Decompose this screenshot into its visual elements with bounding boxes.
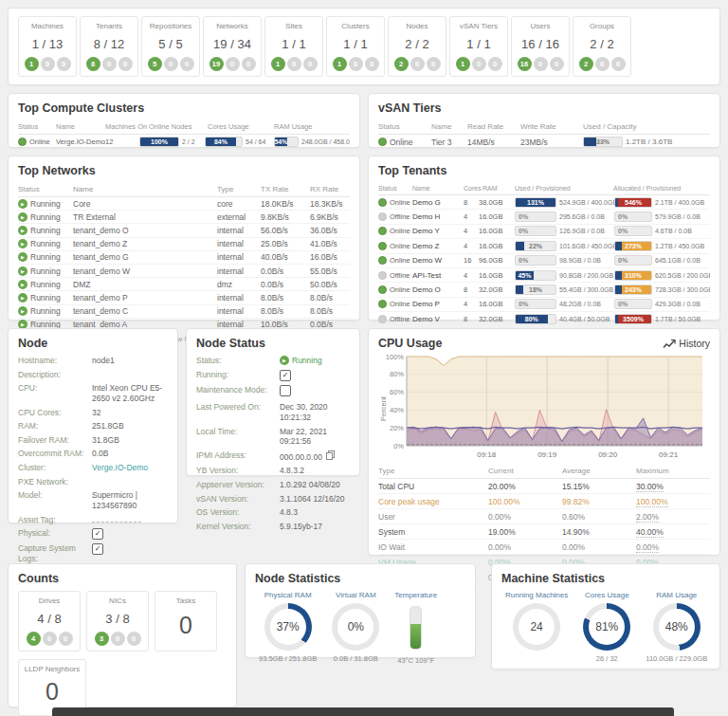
card-value: 3 / 8 bbox=[105, 612, 129, 626]
running-icon: ▶ bbox=[18, 239, 27, 248]
count-badge: 1 bbox=[271, 57, 285, 71]
field-row: Local Time:Mar 22, 2021 09:21:56 bbox=[196, 427, 350, 447]
summary-card-networks[interactable]: Networks19 / 341900 bbox=[203, 16, 262, 77]
field-value: Intel Xeon CPU E5-2650 v2 2.60GHz bbox=[92, 383, 168, 403]
tenant-row[interactable]: OfflineDemo V832.0GB80%40.4GB / 50.0GB35… bbox=[378, 312, 710, 326]
card-value: 1 / 1 bbox=[343, 37, 367, 51]
field-label: Appserver Version: bbox=[196, 480, 280, 490]
usage-bar: 22% bbox=[515, 241, 556, 251]
field-value bbox=[92, 370, 168, 380]
network-row[interactable]: ▶RunningCorecore18.0KB/s18.3KB/s bbox=[18, 197, 350, 211]
card-label: Machines bbox=[31, 22, 64, 30]
count-badge: 0 bbox=[164, 57, 178, 71]
tenant-row[interactable]: OnlineDemo P416.0GB0%48.2GB / 0.0B0%429.… bbox=[378, 298, 710, 312]
summary-card-tenants[interactable]: Tenants8 / 12800 bbox=[80, 16, 138, 77]
summary-card-nodes[interactable]: Nodes2 / 2200 bbox=[388, 16, 446, 77]
field-label: OS Version: bbox=[196, 507, 280, 518]
usage-bar: 0% bbox=[515, 211, 556, 222]
field-value: 0.0B bbox=[92, 449, 168, 459]
count-card-nics[interactable]: NICs3 / 8300 bbox=[86, 591, 149, 652]
field-label: Kernel Version: bbox=[196, 522, 280, 532]
network-row[interactable]: ▶Runningtenant_demo Zinternal25.0B/s41.0… bbox=[18, 238, 350, 251]
gauge-label: RAM Usage bbox=[656, 591, 697, 599]
usage-bar: 0% bbox=[515, 255, 556, 266]
tenant-row[interactable]: OnlineDemo O832.0GB18%55.4GB / 300.0GB24… bbox=[378, 283, 710, 297]
field-row: Overcommit RAM:0.0B bbox=[18, 449, 168, 459]
online-icon bbox=[378, 227, 387, 235]
cluster-link[interactable]: Verge.IO-Demo bbox=[92, 463, 168, 473]
checkbox[interactable]: ✓ bbox=[92, 543, 103, 555]
summary-card-machines[interactable]: Machines1 / 13100 bbox=[18, 16, 77, 77]
field-row: YB Version:4.8.3.2 bbox=[196, 466, 350, 476]
vsan-tier-row[interactable]: OnlineTier 314MB/s23MB/s33%1.2TB / 3.6TB bbox=[378, 135, 710, 149]
field-value: node1 bbox=[92, 356, 168, 366]
count-badge: 0 bbox=[550, 57, 564, 71]
summary-card-sites[interactable]: Sites1 / 1100 bbox=[264, 16, 323, 77]
summary-card-repositories[interactable]: Repositories5 / 5500 bbox=[141, 16, 200, 77]
svg-text:09:18: 09:18 bbox=[477, 450, 497, 459]
network-row[interactable]: ▶Runningtenant_demo Pinternal8.0B/s8.0B/… bbox=[18, 291, 350, 304]
tenant-row[interactable]: OnlineDemo Y416.0GB0%126.9GB / 0.0B0%4.6… bbox=[378, 225, 710, 239]
tenant-row[interactable]: OnlineDemo W1696.0GB0%98.9GB / 0.0B0%645… bbox=[378, 254, 710, 268]
tenant-row[interactable]: OfflineDemo H416.0GB0%295.6GB / 0.0B0%57… bbox=[378, 210, 710, 224]
card-label: Clusters bbox=[341, 22, 369, 30]
field-row: Running:✓ bbox=[196, 370, 350, 381]
network-row[interactable]: ▶RunningTR Externalexternal9.8KB/s6.9KB/… bbox=[18, 211, 350, 224]
tenant-row[interactable]: OfflineAPI-Test416.0GB45%90.8GB / 200.0G… bbox=[378, 268, 710, 283]
count-card-drives[interactable]: Drives4 / 8400 bbox=[18, 591, 81, 652]
count-badge: 2 bbox=[394, 57, 409, 71]
panel-title: CPU Usage bbox=[378, 337, 442, 350]
cpu-stat-row: User0.00%0.60%2.00% bbox=[378, 509, 710, 524]
card-value: 0 bbox=[179, 614, 192, 637]
summary-card-vsan-tiers[interactable]: vSAN Tiers1 / 1100 bbox=[449, 16, 508, 77]
count-card-tasks[interactable]: Tasks0 bbox=[155, 591, 217, 652]
summary-card-groups[interactable]: Groups2 / 2200 bbox=[573, 16, 631, 77]
card-value: 2 / 2 bbox=[590, 37, 613, 51]
donut-gauge: 24 bbox=[513, 603, 560, 651]
status-badges: 500 bbox=[148, 57, 194, 71]
summary-card-clusters[interactable]: Clusters1 / 1100 bbox=[326, 16, 385, 77]
cluster-row[interactable]: OnlineVerge.IO-Demo12100%2 / 284%54 / 64… bbox=[18, 135, 350, 149]
usage-bar: 33% bbox=[583, 137, 623, 147]
network-row[interactable]: ▶Runningtenant_demo Cinternal8.0B/s8.0B/… bbox=[18, 305, 350, 319]
gauge-label: Virtual RAM bbox=[336, 591, 376, 599]
network-row[interactable]: ▶Runningtenant_demo Ginternal40.0B/s16.0… bbox=[18, 251, 350, 265]
network-row[interactable]: ▶RunningDMZdmz0.0B/s50.0B/s bbox=[18, 278, 350, 291]
count-badge: 0 bbox=[59, 632, 73, 646]
node-gauges: Physical RAM37%93.5GB / 251.8GBVirtual R… bbox=[255, 591, 465, 665]
summary-card-users[interactable]: Users16 / 161600 bbox=[511, 16, 570, 77]
usage-bar: 0% bbox=[614, 211, 652, 222]
count-badge: 0 bbox=[534, 57, 548, 71]
network-row[interactable]: ▶Runningtenant_demo Winternal0.0B/s55.0B… bbox=[18, 265, 350, 278]
count-badge: 0 bbox=[488, 57, 502, 71]
network-row[interactable]: ▶Runningtenant_demo Ointernal56.0B/s36.0… bbox=[18, 224, 350, 237]
checkbox[interactable] bbox=[280, 385, 291, 396]
field-value: 1.0.292 04/08/20 bbox=[280, 480, 350, 490]
panel-title: vSAN Tiers bbox=[378, 101, 710, 115]
gauge-temperature: Temperature43°C 109°F bbox=[394, 591, 437, 665]
field-label: Capture System Logs: bbox=[18, 543, 92, 563]
history-button[interactable]: History bbox=[663, 338, 710, 349]
copy-icon[interactable] bbox=[326, 450, 335, 460]
checkbox[interactable]: ✓ bbox=[92, 528, 103, 540]
node-panel: Node Hostname:node1Description:CPU:Intel… bbox=[8, 328, 178, 523]
card-value: 5 / 5 bbox=[158, 37, 182, 51]
tenant-row[interactable]: OnlineDemo Z416.0GB22%101.6GB / 450.0GB2… bbox=[378, 239, 710, 253]
online-icon bbox=[18, 138, 27, 146]
count-badge: 0 bbox=[611, 57, 626, 71]
top-networks-panel: Top Networks StatusNameTypeTX RateRX Rat… bbox=[8, 156, 360, 321]
count-badge: 0 bbox=[242, 57, 256, 71]
card-label: NICs bbox=[109, 597, 126, 605]
summary-cards: Machines1 / 13100Tenants8 / 12800Reposit… bbox=[18, 16, 710, 77]
svg-text:0%: 0% bbox=[393, 442, 404, 450]
status-badges: 100 bbox=[333, 57, 379, 71]
field-row: Maintenance Mode: bbox=[196, 385, 350, 399]
field-row: PXE Network: bbox=[18, 477, 168, 487]
checkbox[interactable]: ✓ bbox=[280, 370, 291, 381]
usage-bar: 54% bbox=[274, 137, 299, 147]
cpu-usage-panel: CPU Usage History 0%20%40%60%80%100%09:1… bbox=[368, 328, 720, 556]
tenant-row[interactable]: OnlineDemo G838.0GB131%524.9GB / 400.0GB… bbox=[378, 195, 710, 210]
usage-bar: 243% bbox=[614, 285, 652, 295]
gauge-label: Temperature bbox=[394, 591, 437, 599]
usage-bar: 0% bbox=[614, 255, 652, 266]
